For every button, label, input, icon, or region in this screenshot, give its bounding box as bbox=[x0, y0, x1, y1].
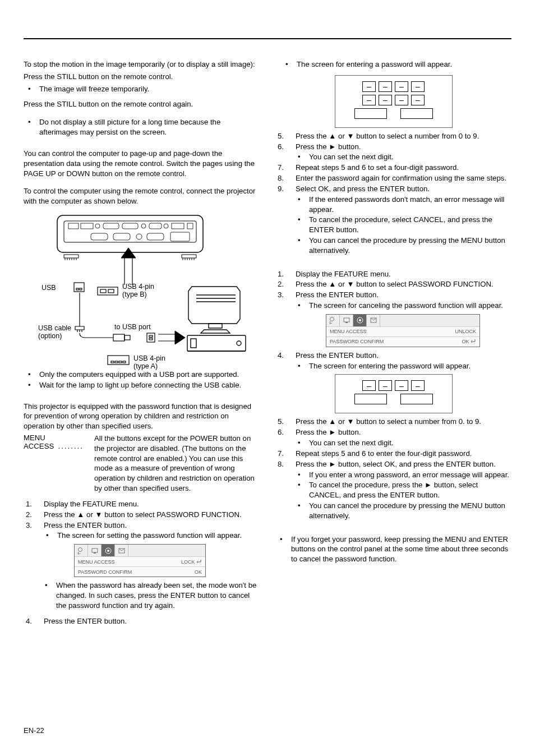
c-step-6-sub: You can set the next digit. bbox=[298, 438, 511, 448]
pass-digit: – bbox=[411, 380, 425, 391]
enable-step-3-sub: The screen for setting the password func… bbox=[46, 531, 260, 541]
columns: To stop the motion in the image temporar… bbox=[24, 59, 511, 629]
enable-step-3: 3.Press the ENTER button. The screen for… bbox=[26, 520, 260, 541]
svg-rect-27 bbox=[149, 335, 153, 337]
pass-digit: – bbox=[379, 380, 392, 391]
still-intro: To stop the motion in the image temporar… bbox=[24, 59, 260, 70]
tab-icon-1 bbox=[75, 545, 88, 556]
label-usb-4pin-b: USB 4-pin (type B) bbox=[122, 283, 154, 298]
conn-bullet-2: Wait for the lamp to light up before con… bbox=[26, 380, 260, 390]
svg-rect-1 bbox=[64, 221, 196, 242]
r-step-9-sub2: To cancel the procedure, select CANCEL, … bbox=[298, 215, 511, 235]
menu-row-access: MENU ACCESSLOCK bbox=[75, 556, 205, 566]
svg-point-9 bbox=[164, 224, 168, 228]
svg-rect-13 bbox=[113, 233, 130, 240]
enable-step-1: 1.Display the FEATURE menu. bbox=[26, 499, 260, 509]
svg-marker-17 bbox=[121, 248, 136, 258]
r-step-9-sub1: If the entered passwords don't match, an… bbox=[298, 195, 511, 215]
pass-digit: – bbox=[362, 95, 376, 105]
label-usb-4pin-a: USB 4-pin (type A) bbox=[133, 354, 165, 370]
label-usb-cable: USB cable (option) bbox=[38, 324, 71, 340]
c-step-6: 6.Press the ► button. You can set the ne… bbox=[278, 427, 511, 448]
svg-rect-15 bbox=[147, 233, 164, 240]
menu-screenshot-lock: MENU ACCESSLOCK PASSWORD CONFIRMOK bbox=[74, 544, 206, 577]
menu-row-confirm: PASSWORD CONFIRMOK bbox=[326, 336, 479, 347]
svg-rect-10 bbox=[172, 223, 184, 229]
svg-point-35 bbox=[237, 341, 241, 345]
svg-marker-29 bbox=[175, 331, 185, 344]
svg-point-52 bbox=[359, 319, 361, 321]
enable-step-4: 4.Press the ENTER button. bbox=[26, 616, 260, 626]
svg-rect-50 bbox=[345, 322, 348, 323]
menu-row-confirm: PASSWORD CONFIRMOK bbox=[75, 566, 205, 577]
conn-bullet-1: Only the computers equipped with a USB p… bbox=[26, 370, 260, 380]
r-step-7: 7.Repeat steps 5 and 6 to set a four-dig… bbox=[278, 163, 511, 173]
menu-access-def: MENU ACCESS ........ All the buttons exc… bbox=[24, 434, 260, 494]
svg-rect-44 bbox=[94, 552, 96, 554]
enable-note: When the password has already been set, … bbox=[43, 580, 260, 610]
svg-rect-39 bbox=[115, 361, 118, 363]
c-step-8-sub1: If you enter a wrong password, an error … bbox=[298, 470, 511, 480]
svg-point-46 bbox=[107, 550, 109, 552]
pass-ok bbox=[400, 394, 433, 404]
pass-cancel bbox=[354, 108, 387, 119]
pass-digit: – bbox=[395, 81, 408, 92]
c-step-8-sub2: To cancel the procedure, press the ► but… bbox=[298, 480, 511, 500]
right-column: The screen for entering a password will … bbox=[275, 59, 511, 629]
pass-digit: – bbox=[395, 380, 408, 391]
menu-row-access: MENU ACCESSUNLOCK bbox=[326, 326, 479, 336]
c-step-1: 1.Display the FEATURE menu. bbox=[278, 269, 511, 279]
svg-rect-8 bbox=[149, 223, 162, 229]
c-step-7: 7.Repeat steps 5 and 6 to enter the four… bbox=[278, 449, 511, 459]
password-entry-box: – – – – – – – – bbox=[335, 75, 453, 128]
svg-rect-12 bbox=[91, 233, 108, 240]
top-rule bbox=[24, 38, 511, 39]
svg-rect-23 bbox=[108, 289, 114, 293]
pass-digit: – bbox=[411, 95, 425, 105]
password-intro: This projector is equipped with the pass… bbox=[24, 402, 260, 431]
page: To stop the motion in the image temporar… bbox=[0, 0, 535, 756]
r-step-5: 5.Press the ▲ or ▼ button to select a nu… bbox=[278, 131, 511, 141]
connection-diagram: USB USB 4-pin (type B) USB cable (option… bbox=[40, 211, 253, 365]
page-number: EN-22 bbox=[24, 726, 44, 735]
connection-text: To control the computer using the remote… bbox=[24, 186, 260, 206]
tab-icon-4 bbox=[367, 315, 380, 326]
svg-rect-5 bbox=[103, 223, 119, 229]
c-step-3: 3.Press the ENTER button. The screen for… bbox=[278, 290, 511, 311]
label-usb: USB bbox=[41, 284, 56, 292]
svg-rect-40 bbox=[119, 361, 122, 363]
svg-rect-16 bbox=[170, 232, 190, 241]
svg-point-4 bbox=[95, 224, 100, 228]
svg-rect-34 bbox=[191, 339, 196, 348]
tab-icon-4 bbox=[115, 545, 128, 556]
pass-digit: – bbox=[362, 380, 376, 391]
tab-icon-2 bbox=[340, 315, 353, 326]
c-step-3-sub: The screen for canceling the password fu… bbox=[298, 301, 511, 311]
menu-screenshot-unlock: MENU ACCESSUNLOCK PASSWORD CONFIRMOK bbox=[326, 314, 480, 347]
r-step-9: 9.Select OK, and press the ENTER button.… bbox=[278, 184, 511, 256]
pass-digit: – bbox=[379, 81, 392, 92]
c-step-4-sub: The screen for entering the password wil… bbox=[298, 361, 511, 371]
pass-cancel bbox=[354, 394, 387, 404]
pass-digit: – bbox=[362, 81, 376, 92]
enable-step-2: 2.Press the ▲ or ▼ button to select PASS… bbox=[26, 510, 260, 520]
svg-rect-41 bbox=[123, 361, 126, 363]
svg-rect-3 bbox=[81, 223, 93, 229]
r-step-6: 6.Press the ► button. You can set the ne… bbox=[278, 142, 511, 163]
tab-icon-2 bbox=[88, 545, 102, 556]
svg-rect-11 bbox=[187, 223, 193, 229]
pass-ok bbox=[400, 108, 433, 119]
label-to-usb-port: to USB port bbox=[114, 323, 151, 331]
afterimage-warning: Do not display a still picture for a lon… bbox=[26, 117, 260, 137]
pass-digit: – bbox=[379, 95, 392, 105]
svg-rect-49 bbox=[344, 318, 349, 322]
c-step-2: 2.Press the ▲ or ▼ button to select PASS… bbox=[278, 279, 511, 289]
svg-rect-38 bbox=[111, 361, 114, 363]
svg-rect-18 bbox=[74, 283, 84, 292]
c-step-5: 5.Press the ▲ or ▼ button to select a nu… bbox=[278, 417, 511, 427]
svg-rect-26 bbox=[147, 333, 155, 342]
svg-rect-25 bbox=[124, 335, 130, 340]
svg-rect-2 bbox=[68, 223, 79, 229]
r-step-9-sub3: You can cancel the procedure by pressing… bbox=[298, 236, 511, 256]
left-column: To stop the motion in the image temporar… bbox=[24, 59, 260, 629]
